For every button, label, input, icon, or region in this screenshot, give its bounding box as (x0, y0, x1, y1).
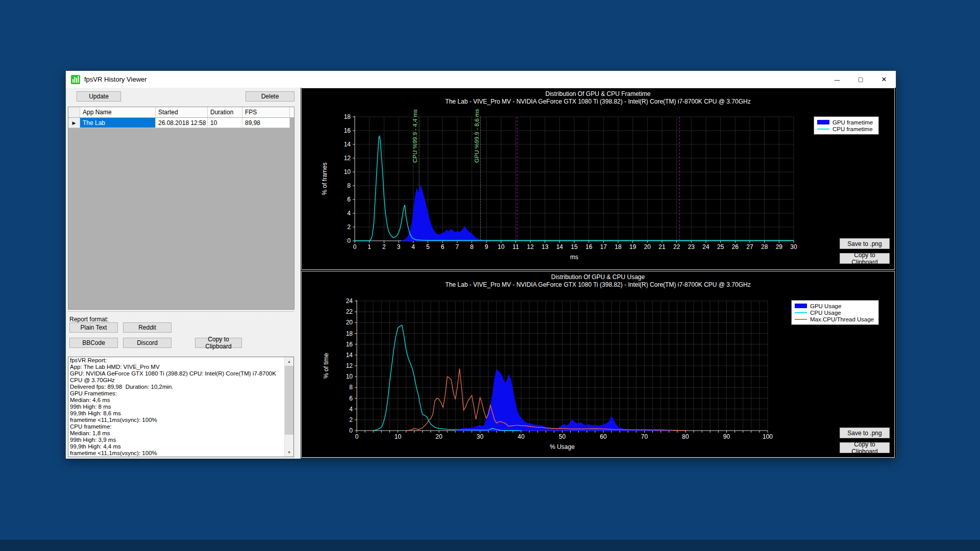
svg-text:60: 60 (600, 433, 607, 440)
svg-text:14: 14 (344, 141, 351, 148)
svg-text:16: 16 (344, 127, 351, 134)
report-scrollbar[interactable]: ▲ ▼ (284, 357, 293, 457)
window-controls: — ▢ ✕ (825, 71, 896, 88)
svg-text:0: 0 (349, 427, 353, 434)
cell-duration[interactable]: 10 (208, 118, 242, 128)
svg-text:18: 18 (344, 113, 351, 120)
svg-text:18: 18 (615, 243, 622, 251)
svg-text:4: 4 (347, 210, 351, 217)
legend-line-swatch (817, 129, 829, 130)
update-button[interactable]: Update (77, 91, 121, 102)
copy-report-button[interactable]: Copy to Clipboard (195, 338, 242, 348)
svg-text:50: 50 (559, 433, 566, 440)
maximize-button[interactable]: ▢ (849, 71, 872, 88)
svg-text:27: 27 (746, 243, 753, 251)
save-png-button[interactable]: Save to .png (840, 238, 890, 249)
usage-chart-title: Distribution Of GPU & CPU Usage (302, 273, 894, 281)
svg-text:% of frames: % of frames (321, 162, 328, 195)
legend-entry: CPU frametime (817, 126, 874, 132)
copy-chart-button[interactable]: Copy to Clipboard (840, 442, 890, 453)
svg-text:16: 16 (346, 341, 353, 348)
frametime-plot: CPU %99.9 - 4,4 msGPU %99.9 - 8,6 ms0123… (302, 88, 894, 269)
legend-label: Max.CPU/Thread Usage (810, 316, 874, 322)
discord-button[interactable]: Discord (123, 338, 172, 348)
svg-text:8: 8 (349, 384, 353, 391)
table-header: App Name Started Duration FPS (68, 107, 294, 118)
column-header-fps[interactable]: FPS (242, 107, 290, 117)
frametime-chart-subtitle: The Lab - VIVE_Pro MV - NVIDIA GeForce G… (302, 98, 894, 105)
close-icon: ✕ (881, 76, 887, 83)
report-section-divider (68, 311, 294, 312)
column-header-app-name[interactable]: App Name (80, 107, 156, 117)
legend-area-swatch (817, 120, 829, 124)
table-row[interactable]: ▶ The Lab 26.08.2018 12:58 10 89,98 (68, 118, 294, 128)
minimize-icon: — (835, 77, 840, 83)
svg-text:0: 0 (353, 243, 357, 251)
usage-legend: GPU UsageCPU UsageMax.CPU/Thread Usage (791, 300, 879, 325)
svg-text:1: 1 (368, 243, 371, 251)
column-header-duration[interactable]: Duration (208, 107, 242, 117)
scroll-down-icon: ▼ (287, 450, 291, 454)
svg-text:8: 8 (347, 182, 351, 189)
svg-text:20: 20 (346, 319, 353, 326)
svg-text:80: 80 (682, 433, 689, 440)
close-button[interactable]: ✕ (872, 71, 896, 88)
cell-fps[interactable]: 89,98 (242, 118, 290, 128)
svg-text:70: 70 (641, 433, 648, 440)
cell-started[interactable]: 26.08.2018 12:58 (156, 118, 208, 128)
scroll-up-button[interactable]: ▲ (285, 357, 293, 366)
legend-area-swatch (795, 304, 807, 308)
cell-app-name[interactable]: The Lab (80, 118, 156, 128)
legend-entry: Max.CPU/Thread Usage (795, 316, 874, 322)
svg-text:40: 40 (518, 433, 525, 440)
svg-text:ms: ms (570, 254, 578, 261)
svg-text:12: 12 (346, 362, 353, 369)
reddit-button[interactable]: Reddit (123, 322, 172, 333)
legend-line-swatch (795, 319, 807, 320)
copy-chart-button[interactable]: Copy to Clipboard (840, 253, 890, 264)
report-format-label: Report format: (69, 316, 109, 323)
svg-text:22: 22 (346, 308, 353, 315)
svg-text:0: 0 (347, 237, 351, 244)
svg-text:15: 15 (571, 243, 578, 251)
delete-button[interactable]: Delete (246, 91, 295, 102)
save-png-button[interactable]: Save to .png (840, 428, 890, 438)
bbcode-button[interactable]: BBCode (69, 338, 118, 348)
scroll-down-button[interactable]: ▼ (285, 448, 293, 457)
svg-text:4: 4 (411, 243, 415, 251)
svg-text:14: 14 (556, 243, 564, 251)
legend-entry: GPU frametime (817, 119, 874, 126)
svg-text:10: 10 (344, 168, 351, 176)
desktop-bottom-band (0, 540, 980, 551)
svg-text:20: 20 (644, 243, 651, 251)
legend-label: GPU frametime (832, 119, 873, 126)
svg-text:2: 2 (347, 223, 351, 231)
window-title: fpsVR History Viewer (84, 76, 147, 83)
plain-text-button[interactable]: Plain Text (69, 322, 118, 333)
legend-label: CPU Usage (810, 310, 841, 316)
window-body: Update Delete App Name Started Duration … (66, 88, 896, 458)
svg-text:100: 100 (763, 433, 773, 440)
svg-text:10: 10 (498, 243, 505, 251)
svg-text:6: 6 (349, 395, 353, 402)
svg-text:14: 14 (346, 352, 353, 359)
svg-text:12: 12 (527, 243, 534, 251)
svg-text:26: 26 (732, 243, 739, 251)
frametime-legend: GPU frametimeCPU frametime (814, 116, 879, 135)
app-window: fpsVR History Viewer — ▢ ✕ Update Delete… (65, 70, 896, 458)
svg-text:2: 2 (349, 416, 353, 423)
legend-label: CPU frametime (832, 126, 873, 132)
svg-text:30: 30 (790, 243, 797, 251)
row-selector-cell[interactable]: ▶ (68, 118, 80, 128)
scrollbar-thumb[interactable] (285, 366, 293, 435)
svg-text:25: 25 (717, 243, 724, 251)
svg-text:24: 24 (346, 297, 353, 305)
report-textarea[interactable]: fpsVR Report: App: The Lab HMD: VIVE_Pro… (68, 357, 294, 457)
frametime-chart-panel: CPU %99.9 - 4,4 msGPU %99.9 - 8,6 ms0123… (301, 88, 895, 270)
charts-area: CPU %99.9 - 4,4 msGPU %99.9 - 8,6 ms0123… (301, 88, 896, 458)
svg-text:10: 10 (395, 433, 402, 440)
row-selector-header (68, 107, 80, 117)
svg-text:4: 4 (349, 406, 353, 413)
minimize-button[interactable]: — (825, 71, 849, 88)
column-header-started[interactable]: Started (156, 107, 208, 117)
